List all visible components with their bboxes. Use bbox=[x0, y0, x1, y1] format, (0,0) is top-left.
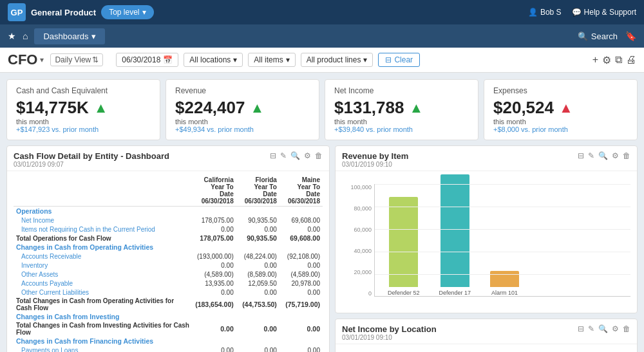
bookmark-button[interactable]: 🔖 bbox=[625, 31, 636, 41]
filter-icon-btn3[interactable]: ⊟ bbox=[578, 151, 584, 160]
page-header: CFO ▾ Daily View ⇅ 06/30/2018 📅 All loca… bbox=[0, 48, 644, 73]
bar-alarm101 bbox=[490, 271, 519, 287]
y-label-80k: 80,000 bbox=[354, 205, 372, 212]
kpi-cash-value: $14,775K bbox=[16, 98, 89, 118]
right-col: Revenue by Item 03/01/2019 09:10 ⊟ ✎ 🔍 ⚙… bbox=[335, 145, 638, 352]
revenue-card-header: Revenue by Item 03/01/2019 09:10 ⊟ ✎ 🔍 ⚙… bbox=[336, 146, 637, 171]
main-area: Cash Flow Detail by Entity - Dashboard 0… bbox=[0, 140, 644, 352]
kpi-revenue-sub: this month bbox=[175, 118, 310, 125]
table-row: Net Income178,075.0090,935.5069,608.00 bbox=[14, 216, 323, 225]
kpi-cash-label: Cash and Cash Equivalent bbox=[16, 86, 151, 95]
kpi-netincome-sub: this month bbox=[334, 118, 469, 125]
kpi-revenue-trend: +$49,934 vs. prior month bbox=[175, 125, 310, 133]
net-income-title: Net Income by Location bbox=[342, 324, 437, 334]
kpi-row: Cash and Cash Equivalent $14,775K ▲ this… bbox=[0, 73, 644, 140]
zoom-icon-btn3[interactable]: 🔍 bbox=[598, 151, 608, 160]
chat-icon: 💬 bbox=[572, 8, 582, 17]
add-button[interactable]: + bbox=[592, 54, 598, 66]
grid-line bbox=[375, 207, 630, 207]
top-nav: GP General Product Top level ▾ 👤 Bob S 💬… bbox=[0, 0, 644, 24]
print-button[interactable]: 🖨 bbox=[626, 54, 636, 66]
left-col: Cash Flow Detail by Entity - Dashboard 0… bbox=[6, 145, 330, 352]
second-nav: ★ ⌂ Dashboards ▾ 🔍 Search 🔖 bbox=[0, 24, 644, 48]
cashflow-table: CaliforniaYear To Date06/30/2018 Florida… bbox=[14, 175, 323, 352]
filter-icon: ⊟ bbox=[385, 55, 392, 64]
up-arrow-red-icon: ▲ bbox=[559, 100, 573, 116]
filter-icon-btn[interactable]: ⊟ bbox=[270, 151, 276, 160]
net-income-actions: ⊟ ✎ 🔍 ⚙ 🗑 bbox=[578, 324, 630, 333]
copy-button[interactable]: ⧉ bbox=[615, 54, 622, 66]
trash-icon-btn[interactable]: 🗑 bbox=[315, 151, 323, 160]
kpi-expenses-value: $20,524 bbox=[493, 98, 554, 118]
grid-line bbox=[375, 229, 630, 230]
cf-col-desc bbox=[14, 175, 193, 207]
cashflow-date: 03/01/2019 09:07 bbox=[14, 161, 169, 168]
star-icon-button[interactable]: ★ bbox=[8, 31, 16, 41]
page-title: CFO bbox=[8, 51, 37, 68]
home-icon-button[interactable]: ⌂ bbox=[23, 31, 28, 41]
items-filter[interactable]: All items ▾ bbox=[248, 53, 295, 67]
filter-icon-btn4[interactable]: ⊟ bbox=[578, 324, 584, 333]
zoom-icon-btn[interactable]: 🔍 bbox=[290, 151, 300, 160]
cashflow-actions: ⊟ ✎ 🔍 ⚙ 🗑 bbox=[270, 151, 323, 160]
view-selector[interactable]: Daily View ⇅ bbox=[50, 53, 103, 66]
y-label-40k: 40,000 bbox=[354, 248, 372, 254]
chevron-down-icon: ▾ bbox=[363, 55, 367, 64]
up-arrow-icon: ▲ bbox=[250, 100, 264, 116]
app-logo: GP bbox=[8, 3, 26, 21]
table-row: Items not Requiring Cash in the Current … bbox=[14, 225, 323, 234]
kpi-netincome-label: Net Income bbox=[334, 86, 469, 95]
kpi-netincome: Net Income $131,788 ▲ this month +$39,84… bbox=[325, 79, 478, 140]
y-label-60k: 60,000 bbox=[354, 227, 372, 233]
gear-icon-btn3[interactable]: ⚙ bbox=[612, 151, 619, 160]
content-wrapper: Cash and Cash Equivalent $14,775K ▲ this… bbox=[0, 73, 644, 352]
user-icon: 👤 bbox=[528, 8, 538, 17]
user-area[interactable]: 👤 Bob S bbox=[528, 8, 562, 17]
page-title-caret[interactable]: ▾ bbox=[40, 55, 44, 64]
kpi-revenue-value: $224,407 bbox=[175, 98, 245, 118]
gear-icon-btn4[interactable]: ⚙ bbox=[612, 324, 619, 333]
nav-icons: ★ ⌂ bbox=[8, 31, 28, 41]
y-label-0: 0 bbox=[368, 290, 372, 297]
kpi-expenses: Expenses $20,524 ▲ this month +$8,000 vs… bbox=[484, 79, 638, 140]
cashflow-card-header: Cash Flow Detail by Entity - Dashboard 0… bbox=[7, 146, 329, 171]
trash-icon-btn4[interactable]: 🗑 bbox=[623, 324, 630, 333]
location-filter[interactable]: All locations ▾ bbox=[184, 53, 243, 67]
search-button[interactable]: 🔍 Search bbox=[578, 32, 618, 41]
bar-defender17 bbox=[440, 174, 469, 287]
product-lines-filter[interactable]: All product lines ▾ bbox=[301, 53, 374, 67]
edit-icon-btn4[interactable]: ✎ bbox=[588, 324, 594, 333]
cf-col-maine: MaineYear To Date06/30/2018 bbox=[279, 175, 323, 207]
revenue-title: Revenue by Item bbox=[342, 151, 408, 161]
bar-group-defender52: Defender 52 bbox=[388, 197, 420, 296]
trash-icon-btn3[interactable]: 🗑 bbox=[623, 151, 630, 160]
gear-icon-btn[interactable]: ⚙ bbox=[304, 151, 311, 160]
cashflow-card: Cash Flow Detail by Entity - Dashboard 0… bbox=[6, 145, 330, 352]
kpi-cash-sub: this month bbox=[16, 118, 151, 125]
help-area[interactable]: 💬 Help & Support bbox=[572, 8, 636, 17]
edit-icon-btn3[interactable]: ✎ bbox=[588, 151, 594, 160]
table-row: Payments on Loans0.000.000.00 bbox=[14, 346, 323, 352]
logo-area: GP General Product Top level ▾ bbox=[8, 3, 154, 21]
company-name: General Product bbox=[31, 8, 96, 17]
table-row: Accounts Receivable(193,000.00)(48,224.0… bbox=[14, 252, 323, 261]
sort-icon: ⇅ bbox=[92, 55, 99, 64]
table-row: Other Assets(4,589.00)(8,589.00)(4,589.0… bbox=[14, 270, 323, 279]
chevron-down-icon: ▾ bbox=[142, 8, 146, 17]
zoom-icon-btn4[interactable]: 🔍 bbox=[598, 324, 608, 333]
net-income-card: Net Income by Location 03/01/2019 09:10 … bbox=[335, 319, 638, 352]
net-income-date: 03/01/2019 09:10 bbox=[342, 334, 437, 341]
settings-button[interactable]: ⚙ bbox=[602, 54, 611, 66]
table-row: Total Changes in Cash from Investing Act… bbox=[14, 321, 323, 337]
cf-col-florida: FloridaYear To Date06/30/2018 bbox=[236, 175, 279, 207]
bar-label-defender17: Defender 17 bbox=[439, 290, 471, 296]
date-filter[interactable]: 06/30/2018 📅 bbox=[116, 53, 178, 67]
edit-icon-btn[interactable]: ✎ bbox=[280, 151, 287, 160]
dashboards-button[interactable]: Dashboards ▾ bbox=[34, 28, 104, 44]
revenue-actions: ⊟ ✎ 🔍 ⚙ 🗑 bbox=[578, 151, 630, 160]
bar-label-defender52: Defender 52 bbox=[388, 290, 420, 296]
top-level-button[interactable]: Top level ▾ bbox=[101, 5, 153, 19]
kpi-cash: Cash and Cash Equivalent $14,775K ▲ this… bbox=[6, 79, 160, 140]
net-income-title-area: Net Income by Location 03/01/2019 09:10 bbox=[342, 324, 437, 341]
clear-button[interactable]: ⊟ Clear bbox=[378, 53, 420, 67]
